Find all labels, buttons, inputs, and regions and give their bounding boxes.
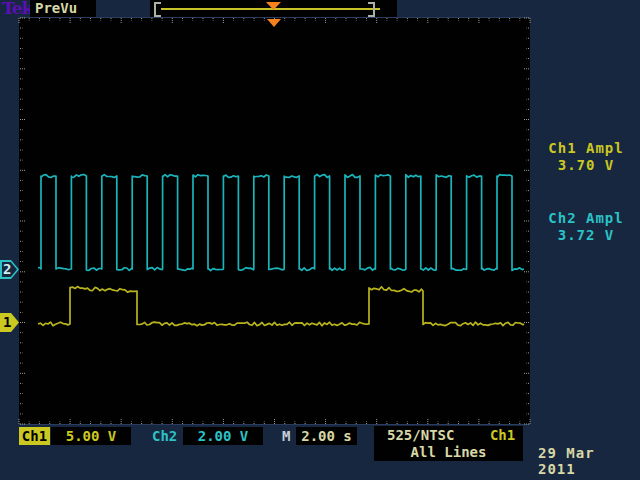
date-readout: 29 Mar 2011 bbox=[538, 445, 640, 477]
measurement-ch1-value: 3.70 V bbox=[534, 157, 638, 174]
ch2-ground-marker: 2 bbox=[0, 260, 19, 279]
acquisition-status-box: PreVu bbox=[30, 0, 96, 17]
measurement-ch2-amplitude: Ch2 Ampl 3.72 V bbox=[534, 210, 638, 244]
statusbar-ch2-label: Ch2 bbox=[152, 427, 177, 445]
video-trigger-source: Ch1 bbox=[490, 427, 515, 443]
ch1-ground-marker-label: 1 bbox=[3, 314, 11, 331]
measurement-ch1-label: Ch1 Ampl bbox=[534, 140, 638, 157]
datetime-readout: 29 Mar 2011 15:57:52 bbox=[538, 445, 640, 480]
video-standard: 525/NTSC bbox=[387, 427, 454, 443]
measurement-ch1-amplitude: Ch1 Ampl 3.70 V bbox=[534, 140, 638, 174]
statusbar-ch1-label: Ch1 bbox=[19, 427, 50, 445]
ch2-ground-marker-label: 2 bbox=[3, 261, 11, 278]
record-length-line bbox=[161, 8, 380, 10]
record-start-bracket bbox=[154, 2, 161, 17]
oscilloscope-screen: Tek PreVu Ch1 Ampl 3.70 V Ch2 Ampl 3.72 … bbox=[0, 0, 640, 480]
measurement-ch2-value: 3.72 V bbox=[534, 227, 638, 244]
ch1-ground-marker: 1 bbox=[0, 313, 19, 332]
record-end-bracket bbox=[368, 2, 375, 17]
statusbar-video-trigger-box: 525/NTSC Ch1 All Lines bbox=[374, 426, 523, 461]
statusbar-timebase-label: M bbox=[282, 427, 290, 445]
graticule-display-area bbox=[19, 17, 530, 425]
statusbar-ch2-scale: 2.00 V bbox=[183, 427, 263, 445]
tek-logo: Tek bbox=[2, 0, 32, 17]
statusbar-ch1-scale: 5.00 V bbox=[51, 427, 131, 445]
measurement-ch2-label: Ch2 Ampl bbox=[534, 210, 638, 227]
statusbar-timebase-value: 2.00 s bbox=[296, 427, 357, 445]
video-mode: All Lines bbox=[374, 444, 523, 460]
acquisition-status-label: PreVu bbox=[30, 0, 96, 17]
record-view-bar bbox=[150, 0, 397, 17]
